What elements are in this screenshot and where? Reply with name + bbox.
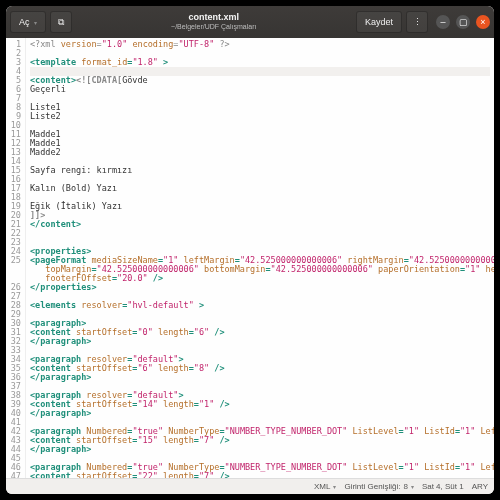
code-line[interactable]: Madde2 — [30, 148, 490, 157]
code-line[interactable]: <elements resolver="hvl-default" > — [30, 301, 490, 310]
status-indent[interactable]: Girinti Genişliği: 8 ▾ — [344, 482, 413, 491]
status-cursor: Sat 4, Süt 1 — [422, 482, 464, 491]
line-number — [6, 265, 21, 274]
status-cursor-label: Sat 4, Süt 1 — [422, 482, 464, 491]
code-line[interactable] — [30, 121, 490, 130]
window-controls: – ▢ × — [436, 15, 490, 29]
open-button[interactable]: Aç ▾ — [10, 11, 46, 33]
line-number-gutter: 1234567891011121314151617181920212223242… — [6, 38, 26, 478]
save-button-label: Kaydet — [365, 17, 393, 27]
status-indent-value: 8 — [403, 482, 407, 491]
code-line[interactable]: </paragraph> — [30, 409, 490, 418]
status-language-label: XML — [314, 482, 330, 491]
code-line[interactable]: <content startOffset="6" length="8" /> — [30, 364, 490, 373]
code-line[interactable]: Liste2 — [30, 112, 490, 121]
statusbar: XML ▾ Girinti Genişliği: 8 ▾ Sat 4, Süt … — [6, 478, 494, 494]
chevron-down-icon: ▾ — [34, 19, 37, 26]
code-line[interactable]: <content startOffset="15" length="7" /> — [30, 436, 490, 445]
code-line[interactable]: Madde1 — [30, 139, 490, 148]
code-line[interactable] — [30, 310, 490, 319]
code-line[interactable]: footerFOffset="20.0" /> — [30, 274, 490, 283]
window-subtitle: ~/Belgeler/UDF Çalışmaları — [76, 23, 352, 31]
code-line[interactable]: </paragraph> — [30, 337, 490, 346]
new-tab-button[interactable]: ⧉ — [50, 11, 72, 33]
code-line[interactable]: Kalın (Bold) Yazı — [30, 184, 490, 193]
code-line[interactable]: Liste1 — [30, 103, 490, 112]
code-line[interactable] — [30, 94, 490, 103]
code-line[interactable]: </paragraph> — [30, 373, 490, 382]
code-line[interactable]: </properties> — [30, 283, 490, 292]
code-line[interactable] — [30, 229, 490, 238]
title-area: content.xml ~/Belgeler/UDF Çalışmaları — [76, 13, 352, 31]
code-line[interactable]: <?xml version="1.0" encoding="UTF-8" ?> — [30, 40, 490, 49]
code-line[interactable]: <template format_id="1.8" > — [30, 58, 490, 67]
status-insert-label: ARY — [472, 482, 488, 491]
code-line[interactable]: <content startOffset="14" length="1" /> — [30, 400, 490, 409]
code-line[interactable]: </paragraph> — [30, 445, 490, 454]
close-button[interactable]: × — [476, 15, 490, 29]
window-title: content.xml — [76, 13, 352, 23]
status-indent-label: Girinti Genişliği: — [344, 482, 400, 491]
new-tab-icon: ⧉ — [58, 17, 64, 28]
status-language[interactable]: XML ▾ — [314, 482, 336, 491]
editor-window: Aç ▾ ⧉ content.xml ~/Belgeler/UDF Çalışm… — [6, 6, 494, 494]
code-line[interactable]: <content><![CDATA[Gövde — [30, 76, 490, 85]
titlebar: Aç ▾ ⧉ content.xml ~/Belgeler/UDF Çalışm… — [6, 6, 494, 38]
chevron-down-icon: ▾ — [411, 483, 414, 490]
code-line[interactable]: Eğik (İtalik) Yazı — [30, 202, 490, 211]
chevron-down-icon: ▾ — [333, 483, 336, 490]
code-line[interactable]: Madde1 — [30, 130, 490, 139]
open-button-label: Aç — [19, 17, 30, 27]
code-editor[interactable]: 1234567891011121314151617181920212223242… — [6, 38, 494, 478]
kebab-menu-icon: ⋮ — [413, 17, 422, 27]
line-number: 25 — [6, 256, 21, 265]
code-line[interactable] — [30, 238, 490, 247]
menu-button[interactable]: ⋮ — [406, 11, 428, 33]
code-area[interactable]: <?xml version="1.0" encoding="UTF-8" ?> … — [26, 38, 494, 478]
code-line[interactable]: Geçerli — [30, 85, 490, 94]
status-insert-mode[interactable]: ARY — [472, 482, 488, 491]
maximize-button[interactable]: ▢ — [456, 15, 470, 29]
code-line[interactable]: </content> — [30, 220, 490, 229]
code-line[interactable]: Sayfa rengi: kırmızı — [30, 166, 490, 175]
minimize-button[interactable]: – — [436, 15, 450, 29]
code-line[interactable]: <content startOffset="0" length="6" /> — [30, 328, 490, 337]
code-line[interactable]: ]]> — [30, 211, 490, 220]
save-button[interactable]: Kaydet — [356, 11, 402, 33]
